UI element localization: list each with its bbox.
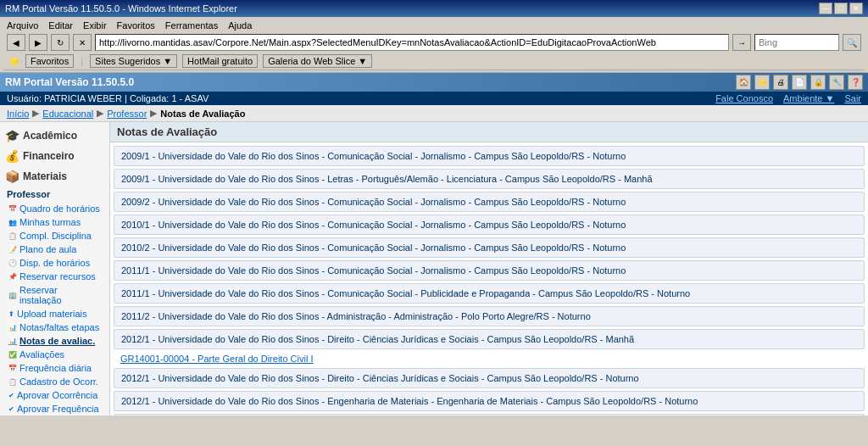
- list-item[interactable]: 2012/1 - Universidade do Vale do Rio dos…: [114, 368, 865, 388]
- item-label: Quadro de horários: [19, 203, 100, 214]
- bullet-icon: ✔: [8, 405, 14, 413]
- sidebar-section-financeiro[interactable]: 💰 Financeiro: [0, 146, 109, 166]
- sidebar-item-frequencia-diaria[interactable]: 📅 Frequência diária: [0, 361, 109, 375]
- galeria-button[interactable]: Galeria do Web Slice ▼: [263, 54, 372, 68]
- bullet-icon: 🕐: [8, 259, 17, 267]
- refresh-button[interactable]: ↻: [51, 34, 70, 51]
- bullet-icon: 📋: [8, 378, 17, 386]
- page-icon[interactable]: 📄: [792, 75, 807, 90]
- ie-menubar: Arquivo Editar Exibir Favoritos Ferramen…: [3, 19, 865, 32]
- list-item[interactable]: 2010/2 - Universidade do Vale do Rio dos…: [114, 237, 865, 258]
- close-button[interactable]: ✕: [849, 3, 863, 14]
- window-title: RM Portal Versão 11.50.5.0 - Windows Int…: [5, 3, 237, 14]
- item-label: Cadastro de Ocorr.: [19, 376, 98, 387]
- sidebar-item-reservar-instalacao[interactable]: 🏢 Reservar instalação: [0, 283, 109, 307]
- search-input[interactable]: [754, 34, 839, 51]
- security-icon[interactable]: 🔒: [810, 75, 826, 90]
- breadcrumb-professor[interactable]: Professor: [107, 109, 147, 119]
- item-label: Aprovar Frequência: [17, 404, 99, 414]
- sidebar-item-aprovar-ocorrencia[interactable]: ✔ Aprovar Ocorrência: [0, 388, 109, 402]
- sair-link[interactable]: Sair: [844, 93, 861, 103]
- financeiro-icon: 💰: [5, 149, 19, 163]
- list-item[interactable]: 2011/1 - Universidade do Vale do Rio dos…: [114, 260, 865, 281]
- sidebar-item-reservar-recursos[interactable]: 📌 Reservar recursos: [0, 270, 109, 283]
- bullet-icon: 📅: [8, 205, 17, 213]
- ie-address-bar: ◀ ▶ ↻ ✕ → 🔍: [3, 32, 865, 53]
- tools-icon[interactable]: 🔧: [829, 75, 844, 90]
- sidebar-item-notas-faltas-etapas[interactable]: 📊 Notas/faltas etapas: [0, 321, 109, 334]
- back-button[interactable]: ◀: [7, 34, 25, 51]
- window-titlebar: RM Portal Versão 11.50.5.0 - Windows Int…: [0, 0, 868, 17]
- list-item[interactable]: 2011/1 - Universidade do Vale do Rio dos…: [114, 283, 865, 304]
- stop-button[interactable]: ✕: [73, 34, 92, 51]
- list-item[interactable]: 2012/1 - Universidade do Vale do Rio dos…: [114, 414, 865, 415]
- coligada-label: Coligada: 1 - ASAV: [130, 93, 209, 103]
- minimize-button[interactable]: —: [819, 3, 832, 14]
- address-input[interactable]: [95, 34, 729, 51]
- list-item[interactable]: 2009/1 - Universidade do Vale do Rio dos…: [114, 169, 865, 189]
- sidebar-item-plano-aula[interactable]: 📝 Plano de aula: [0, 243, 109, 256]
- bullet-icon: 👥: [8, 219, 17, 226]
- sidebar-section-academico[interactable]: 🎓 Acadêmico: [0, 125, 109, 146]
- search-button[interactable]: 🔍: [843, 34, 861, 51]
- window-controls: — □ ✕: [819, 3, 863, 14]
- sidebar: 🎓 Acadêmico 💰 Financeiro 📦 Materiais Pro…: [0, 122, 110, 415]
- help-icon[interactable]: ❓: [848, 75, 863, 90]
- bullet-icon: 📋: [8, 232, 17, 240]
- app-title: RM Portal Versão 11.50.5.0: [5, 76, 134, 88]
- breadcrumb-inicio[interactable]: Início: [7, 109, 29, 119]
- bullet-icon: 📝: [8, 246, 17, 254]
- content-header: Notas de Avaliação: [110, 122, 868, 142]
- menu-favoritos[interactable]: Favoritos: [117, 20, 155, 31]
- list-item[interactable]: 2011/2 - Universidade do Vale do Rio dos…: [114, 306, 865, 326]
- print-icon[interactable]: 🖨: [773, 75, 788, 90]
- forward-button[interactable]: ▶: [29, 34, 47, 51]
- list-item[interactable]: 2009/1 - Universidade do Vale do Rio dos…: [114, 146, 865, 166]
- go-button[interactable]: →: [732, 34, 751, 51]
- ie-favbar: ⭐ Favoritos | Sites Sugeridos ▼ HotMail …: [3, 53, 865, 70]
- list-item[interactable]: 2009/2 - Universidade do Vale do Rio dos…: [114, 192, 865, 212]
- bullet-icon: 🏢: [8, 292, 17, 299]
- menu-ferramentas[interactable]: Ferramentas: [165, 20, 218, 31]
- menu-editar[interactable]: Editar: [48, 20, 73, 31]
- favorites-button[interactable]: Favoritos: [25, 54, 74, 68]
- financeiro-label: Financeiro: [23, 150, 75, 162]
- sidebar-item-minhas-turmas[interactable]: 👥 Minhas turmas: [0, 215, 109, 229]
- menu-exibir[interactable]: Exibir: [83, 20, 107, 31]
- item-label: Disp. de horários: [19, 258, 90, 268]
- item-label: Reservar instalação: [19, 285, 101, 305]
- sidebar-item-disp-horarios[interactable]: 🕐 Disp. de horários: [0, 256, 109, 270]
- menu-arquivo[interactable]: Arquivo: [7, 20, 38, 31]
- sidebar-section-materiais[interactable]: 📦 Materiais: [0, 166, 109, 187]
- sidebar-item-quadro-horarios[interactable]: 📅 Quadro de horários: [0, 202, 109, 215]
- item-label: Plano de aula: [19, 244, 76, 254]
- hotmail-button[interactable]: HotMail gratuito: [182, 54, 258, 68]
- ambiente-link[interactable]: Ambiente ▼: [783, 93, 834, 103]
- maximize-button[interactable]: □: [834, 3, 848, 14]
- bullet-icon: 📅: [8, 365, 17, 372]
- sidebar-item-upload-materiais[interactable]: ⬆ Upload materiais: [0, 307, 109, 321]
- breadcrumb-current: Notas de Avaliação: [160, 109, 245, 119]
- list-item[interactable]: 2012/1 - Universidade do Vale do Rio dos…: [114, 391, 865, 411]
- sidebar-item-aprovar-frequencia[interactable]: ✔ Aprovar Frequência: [0, 402, 109, 415]
- sidebar-item-avaliacoes[interactable]: ✅ Avaliações: [0, 348, 109, 361]
- list-sub-item[interactable]: GR14001-00004 - Parte Geral do Direito C…: [114, 352, 865, 365]
- favorites-icon[interactable]: ⭐: [754, 75, 770, 90]
- menu-ajuda[interactable]: Ajuda: [228, 20, 252, 31]
- item-label: Upload materiais: [17, 309, 87, 319]
- home-icon[interactable]: 🏠: [736, 75, 751, 90]
- ie-toolbar: Arquivo Editar Exibir Favoritos Ferramen…: [0, 17, 868, 73]
- item-label: Compl. Disciplina: [19, 231, 92, 241]
- item-label: Aprovar Ocorrência: [17, 390, 97, 400]
- sites-button[interactable]: Sites Sugeridos ▼: [90, 54, 177, 68]
- fale-conosco-link[interactable]: Fale Conosco: [715, 93, 773, 103]
- sidebar-item-notas-avaliacao[interactable]: 📊 Notas de avaliac.: [0, 334, 109, 348]
- breadcrumb-educacional[interactable]: Educacional: [42, 109, 93, 119]
- sidebar-item-compl-disciplina[interactable]: 📋 Compl. Disciplina: [0, 229, 109, 243]
- user-label: Usuário: PATRICIA WEBER: [7, 93, 122, 103]
- list-item[interactable]: 2012/1 - Universidade do Vale do Rio dos…: [114, 329, 865, 349]
- item-label: Minhas turmas: [19, 217, 81, 227]
- list-item[interactable]: 2010/1 - Universidade do Vale do Rio dos…: [114, 215, 865, 235]
- sidebar-item-cadastro-ocorr[interactable]: 📋 Cadastro de Ocorr.: [0, 375, 109, 388]
- sidebar-professor-heading: Professor: [0, 187, 109, 202]
